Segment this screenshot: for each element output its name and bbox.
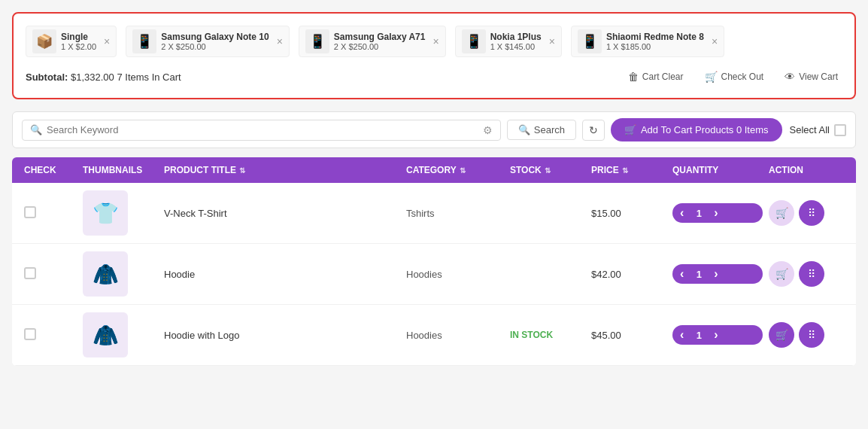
search-button[interactable]: 🔍 Search <box>507 120 576 140</box>
cart-item: 📦 Single 1 X $2.00 × <box>26 26 117 57</box>
row-category-2: Hoodies <box>406 330 504 341</box>
table-header: CHECK THUMBNAILS PRODUCT TITLE ⇅ CATEGOR… <box>12 157 856 183</box>
eye-icon: 👁 <box>785 71 795 83</box>
refresh-button[interactable]: ↻ <box>582 120 605 141</box>
options-button-2[interactable]: ⠿ <box>799 322 824 348</box>
row-check-cell <box>24 267 77 281</box>
cart-item-icon: 📱 <box>578 29 602 53</box>
col-product-title: PRODUCT TITLE ⇅ <box>164 165 400 175</box>
cart-item-qty-price: 1 X $2.00 <box>61 42 96 51</box>
items-in-cart: 7 Items In Cart <box>117 72 181 83</box>
col-price-label: PRICE <box>591 165 619 175</box>
add-to-cart-button[interactable]: 🛒 Add To Cart Products 0 Items <box>611 118 782 141</box>
checkout-icon: 🛒 <box>705 71 718 83</box>
col-product-title-label: PRODUCT TITLE <box>164 165 236 175</box>
cart-item-remove-button[interactable]: × <box>712 35 718 47</box>
filter-icon[interactable]: ⚙ <box>483 124 493 136</box>
view-cart-button[interactable]: 👁 View Cart <box>780 68 842 86</box>
row-checkbox-2[interactable] <box>24 328 36 340</box>
col-price: PRICE ⇅ <box>591 165 666 175</box>
cart-subtotal: Subtotal: $1,332.00 7 Items In Cart <box>26 72 181 83</box>
cart-item-remove-button[interactable]: × <box>549 35 555 47</box>
qty-decrease-1[interactable]: ‹ <box>672 264 691 284</box>
row-price-0: $15.00 <box>591 208 666 219</box>
sort-product-icon[interactable]: ⇅ <box>239 166 245 175</box>
search-right: 🛒 Add To Cart Products 0 Items Select Al… <box>611 118 846 141</box>
cart-item: 📱 Samsung Galaxy Note 10 2 X $250.00 × <box>126 26 290 57</box>
col-category: CATEGORY ⇅ <box>406 165 504 175</box>
row-stock-2: IN STOCK <box>510 330 585 340</box>
options-button-0[interactable]: ⠿ <box>799 200 824 226</box>
row-price-2: $45.00 <box>591 330 666 341</box>
cart-item-qty-price: 1 X $145.00 <box>490 42 542 51</box>
cart-item-info: Samsung Galaxy Note 10 2 X $250.00 <box>161 32 269 51</box>
quantity-control-1: ‹ 1 › <box>672 264 763 284</box>
cart-item-name: Nokia 1Plus <box>490 32 542 42</box>
row-check-cell <box>24 206 77 221</box>
cart-actions: 🗑 Cart Clear 🛒 Check Out 👁 View Cart <box>624 68 842 86</box>
cart-item-remove-button[interactable]: × <box>432 35 439 47</box>
row-price-1: $42.00 <box>591 269 666 280</box>
cart-item-info: Nokia 1Plus 1 X $145.00 <box>490 32 542 51</box>
product-thumbnail-0: 👕 <box>83 190 128 236</box>
row-action-cell-2: 🛒 ⠿ <box>769 322 844 348</box>
row-action-cell-1: 🛒 ⠿ <box>769 261 844 287</box>
col-category-label: CATEGORY <box>406 165 457 175</box>
add-to-cart-row-1[interactable]: 🛒 <box>769 261 794 287</box>
row-checkbox-1[interactable] <box>24 267 36 279</box>
cart-item-qty-price: 2 X $250.00 <box>334 42 426 51</box>
row-checkbox-0[interactable] <box>24 206 36 218</box>
cart-item-info: Samsung Galaxy A71 2 X $250.00 <box>334 32 426 51</box>
row-category-1: Hoodies <box>406 269 504 280</box>
sort-stock-icon[interactable]: ⇅ <box>545 166 551 175</box>
row-check-cell <box>24 328 77 342</box>
cart-item-icon: 📦 <box>32 29 56 53</box>
col-stock: STOCK ⇅ <box>510 165 585 175</box>
cart-item-remove-button[interactable]: × <box>104 35 110 47</box>
checkout-button[interactable]: 🛒 Check Out <box>700 68 769 86</box>
row-quantity-cell-0: ‹ 1 › <box>672 203 763 223</box>
search-input-wrapper: 🔍 ⚙ <box>22 120 501 141</box>
sort-category-icon[interactable]: ⇅ <box>460 166 466 175</box>
options-button-1[interactable]: ⠿ <box>799 261 824 287</box>
qty-increase-2[interactable]: › <box>706 325 725 345</box>
cart-item: 📱 Shiaomi Redme Note 8 1 X $185.00 × <box>571 26 724 57</box>
row-title-2: Hoodie with Logo <box>164 330 400 341</box>
row-title-0: V-Neck T-Shirt <box>164 208 400 219</box>
cart-item-icon: 📱 <box>462 29 486 53</box>
add-to-cart-row-2[interactable]: 🛒 <box>769 322 794 348</box>
row-thumb-cell: 🧥 <box>83 312 158 358</box>
quantity-control-2: ‹ 1 › <box>672 325 763 345</box>
qty-value-2: 1 <box>691 327 706 344</box>
qty-decrease-0[interactable]: ‹ <box>672 203 691 223</box>
add-to-cart-row-0[interactable]: 🛒 <box>769 200 794 226</box>
row-quantity-cell-2: ‹ 1 › <box>672 325 763 345</box>
cart-item-name: Samsung Galaxy A71 <box>334 32 426 42</box>
search-input[interactable] <box>47 124 478 135</box>
cart-item-name: Shiaomi Redme Note 8 <box>606 32 704 42</box>
row-category-0: Tshirts <box>406 208 504 219</box>
table-row: 🧥 Hoodie with Logo Hoodies IN STOCK $45.… <box>12 305 856 366</box>
col-stock-label: STOCK <box>510 165 542 175</box>
cart-item-info: Shiaomi Redme Note 8 1 X $185.00 <box>606 32 704 51</box>
qty-decrease-2[interactable]: ‹ <box>672 325 691 345</box>
cart-panel: 📦 Single 1 X $2.00 × 📱 Samsung Galaxy No… <box>12 12 856 99</box>
qty-increase-0[interactable]: › <box>706 203 725 223</box>
cart-item-remove-button[interactable]: × <box>277 35 283 47</box>
cart-item-qty-price: 1 X $185.00 <box>606 42 704 51</box>
qty-increase-1[interactable]: › <box>706 264 725 284</box>
col-quantity: QUANTITY <box>672 165 763 175</box>
cart-item-qty-price: 2 X $250.00 <box>161 42 269 51</box>
row-quantity-cell-1: ‹ 1 › <box>672 264 763 284</box>
sort-price-icon[interactable]: ⇅ <box>622 166 628 175</box>
cart-item: 📱 Samsung Galaxy A71 2 X $250.00 × <box>299 26 446 57</box>
cart-clear-button[interactable]: 🗑 Cart Clear <box>624 68 688 86</box>
row-thumb-cell: 👕 <box>83 190 158 236</box>
cart-footer: Subtotal: $1,332.00 7 Items In Cart 🗑 Ca… <box>26 68 842 86</box>
cart-item-name: Samsung Galaxy Note 10 <box>161 32 269 42</box>
select-all-wrapper: Select All <box>790 124 846 136</box>
subtotal-label: Subtotal: <box>26 72 68 83</box>
col-check: CHECK <box>24 165 77 175</box>
products-table: CHECK THUMBNAILS PRODUCT TITLE ⇅ CATEGOR… <box>12 157 856 366</box>
select-all-checkbox[interactable] <box>834 124 846 136</box>
